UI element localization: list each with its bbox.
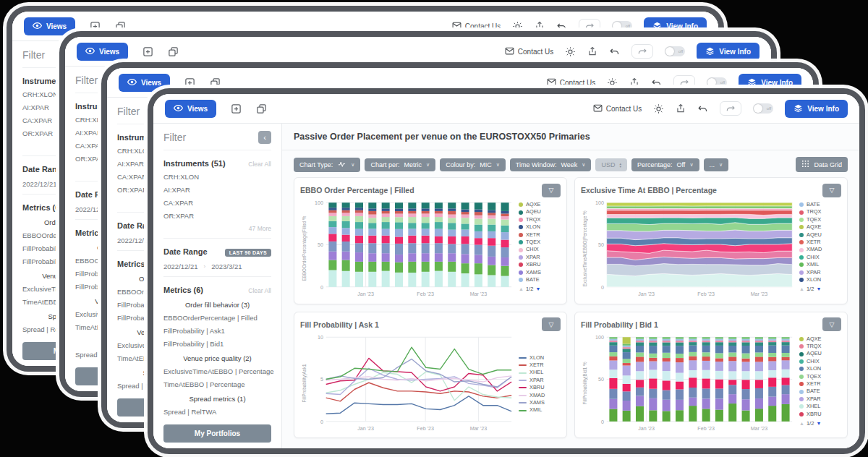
my-portfolios-button[interactable]: My Portfolios <box>163 424 271 443</box>
legend-item[interactable]: TRQX <box>799 208 841 215</box>
add-view-icon[interactable] <box>142 46 153 57</box>
toggle-switch[interactable]: off <box>665 46 685 56</box>
legend-item[interactable]: XBRU <box>519 261 561 268</box>
view-info-button[interactable]: View Info <box>785 100 848 118</box>
date-start[interactable]: 2022/12/21 <box>117 236 152 244</box>
instruments-more-link[interactable]: 47 More <box>163 225 271 232</box>
instrument-item[interactable]: CA:XPAR <box>163 199 271 207</box>
legend-item[interactable]: CHIX <box>799 254 841 261</box>
instruments-clear-all[interactable]: Clear All <box>248 161 271 168</box>
share-icon[interactable] <box>535 21 545 31</box>
redo-icon[interactable] <box>673 75 695 90</box>
metric-item[interactable]: Spread | RelTWA <box>163 408 271 416</box>
metric-item[interactable]: TimeAtEBBO | Percentage <box>163 380 271 388</box>
legend-item[interactable]: TQEX <box>519 239 561 246</box>
legend-item[interactable]: XAMS <box>519 269 561 276</box>
chart-filter-button[interactable]: ▽ <box>822 184 841 197</box>
instrument-item[interactable]: CRH:XLON <box>163 173 271 181</box>
legend-page-up[interactable]: ▲ <box>799 421 804 426</box>
legend-item[interactable]: XLON <box>519 223 561 231</box>
metric-item[interactable]: FillProbability | Bid1 <box>163 340 271 348</box>
toggle-switch[interactable]: off <box>753 103 773 114</box>
chart-filter-button[interactable]: ▽ <box>822 317 841 331</box>
legend-item[interactable]: BATE <box>799 388 841 395</box>
legend-item[interactable]: AQXE <box>799 336 841 343</box>
duplicate-icon[interactable] <box>168 46 179 57</box>
legend-item[interactable]: XAMS <box>519 399 561 406</box>
undo-icon[interactable] <box>556 21 567 32</box>
theme-sun-icon[interactable] <box>512 21 523 32</box>
legend-item[interactable]: XPAR <box>799 269 841 276</box>
add-view-icon[interactable] <box>184 77 195 88</box>
data-grid-button[interactable]: Data Grid <box>796 157 848 172</box>
metric-item[interactable]: ExclusiveTimeAtEBBO | Percentage <box>163 367 271 375</box>
contact-us-link[interactable]: Contact Us <box>505 46 553 57</box>
legend-item[interactable]: TQEX <box>799 216 841 223</box>
chart-per-dropdown[interactable]: Chart per: Metric ∨ <box>365 158 435 171</box>
legend-item[interactable]: AQEU <box>519 208 561 215</box>
legend-item[interactable]: AQXE <box>519 201 561 208</box>
toggle-switch[interactable]: off <box>707 77 727 87</box>
legend-item[interactable]: XETR <box>519 231 561 239</box>
legend-page-up[interactable]: ▲ <box>519 286 524 291</box>
legend-page-down[interactable]: ▼ <box>816 421 821 426</box>
duplicate-icon[interactable] <box>256 103 267 114</box>
legend-item[interactable]: XMIL <box>799 261 841 268</box>
legend-item[interactable]: XPAR <box>519 254 561 261</box>
date-start[interactable]: 2022/12/21 <box>163 262 198 270</box>
legend-item[interactable]: BATE <box>799 201 841 208</box>
legend-page-down[interactable]: ▼ <box>535 286 540 291</box>
metric-item[interactable]: EBBOOrderPercentage | Filled <box>163 314 271 322</box>
legend-item[interactable]: XLON <box>519 354 561 362</box>
theme-sun-icon[interactable] <box>653 103 664 114</box>
share-icon[interactable] <box>676 103 686 114</box>
currency-selector[interactable]: USD ▴▾ <box>595 158 627 171</box>
legend-page-down[interactable]: ▼ <box>816 286 821 291</box>
date-end[interactable]: 2023/3/21 <box>211 262 242 270</box>
duplicate-icon[interactable] <box>115 21 126 32</box>
legend-item[interactable]: TRQX <box>799 343 841 350</box>
legend-item[interactable]: AQEU <box>799 231 841 239</box>
undo-icon[interactable] <box>651 77 662 88</box>
time-window-dropdown[interactable]: Time Window: Week ∨ <box>510 158 592 171</box>
views-button[interactable]: Views <box>24 17 75 35</box>
legend-item[interactable]: XETR <box>519 362 561 369</box>
legend-item[interactable]: AQXE <box>799 223 841 231</box>
share-icon[interactable] <box>629 77 639 87</box>
legend-item[interactable]: XBRU <box>799 411 841 418</box>
legend-item[interactable]: XPAR <box>799 396 841 403</box>
legend-item[interactable]: XBRU <box>519 384 561 391</box>
contact-us-link[interactable]: Contact Us <box>593 103 642 114</box>
legend-item[interactable]: XETR <box>799 239 841 246</box>
redo-icon[interactable] <box>720 101 741 116</box>
legend-item[interactable]: XHEL <box>519 369 561 376</box>
add-view-icon[interactable] <box>231 103 242 114</box>
legend-item[interactable]: XLON <box>799 365 841 372</box>
contact-us-link[interactable]: Contact Us <box>452 21 501 32</box>
instrument-item[interactable]: AI:XPAR <box>163 186 271 194</box>
legend-item[interactable]: XMAD <box>799 246 841 253</box>
instrument-item[interactable]: OR:XPAR <box>163 212 271 220</box>
legend-item[interactable]: XHEL <box>799 403 841 410</box>
legend-item[interactable]: TQEX <box>799 373 841 380</box>
date-range-values[interactable]: 2022/12/21 › 2023/3/21 <box>163 262 271 270</box>
legend-item[interactable]: XMAD <box>519 392 561 399</box>
contact-us-link[interactable]: Contact Us <box>547 77 595 88</box>
legend-item[interactable]: XPAR <box>519 377 561 384</box>
legend-item[interactable]: AQEU <box>799 350 841 357</box>
date-start[interactable]: 2022/12/21 <box>22 180 57 188</box>
legend-item[interactable]: CHIX <box>799 358 841 365</box>
legend-item[interactable]: XLON <box>799 276 841 283</box>
view-info-button[interactable]: View Info <box>697 43 760 61</box>
chart-type-dropdown[interactable]: Chart Type: ∨ <box>294 158 360 172</box>
percentage-dropdown[interactable]: Percentage: Off ∨ <box>631 158 699 171</box>
toggle-switch[interactable]: off <box>612 21 632 31</box>
share-icon[interactable] <box>587 46 597 56</box>
duplicate-icon[interactable] <box>210 77 221 88</box>
theme-sun-icon[interactable] <box>565 46 576 57</box>
sidebar-collapse-button[interactable]: ‹ <box>258 131 271 144</box>
legend-item[interactable]: TRQX <box>519 216 561 223</box>
metric-item[interactable]: FillProbability | Ask1 <box>163 327 271 335</box>
colour-by-dropdown[interactable]: Colour by: MIC ∨ <box>440 158 506 171</box>
legend-item[interactable]: XMIL <box>519 406 561 414</box>
